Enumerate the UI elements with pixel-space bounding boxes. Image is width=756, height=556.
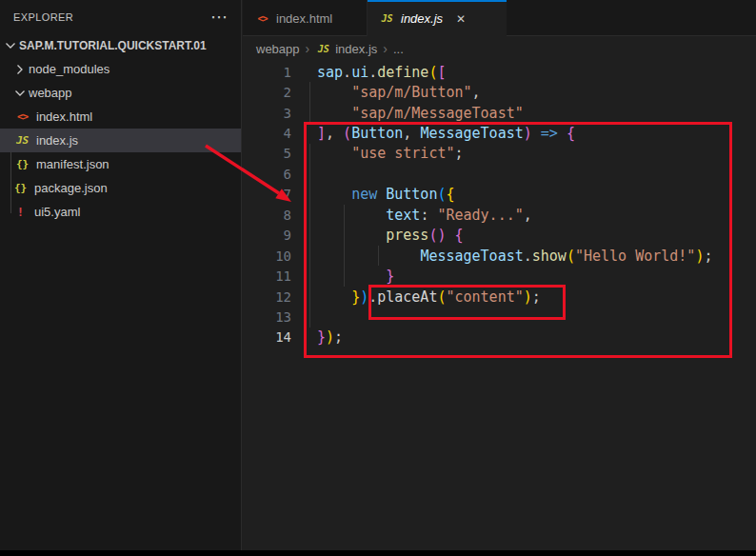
code-line-text: "use strict"; bbox=[317, 145, 464, 162]
code-token: Button bbox=[386, 186, 437, 203]
code-token: MessageToast bbox=[420, 248, 523, 265]
tab-index.html[interactable]: <>index.html bbox=[243, 0, 368, 36]
explorer-sidebar: EXPLORER ⋯ SAP.M.TUTORIAL.QUICKSTART.01n… bbox=[0, 0, 242, 550]
code-token bbox=[317, 145, 351, 162]
tree-item-index.html[interactable]: <>index.html bbox=[0, 105, 241, 129]
code-token bbox=[317, 227, 386, 244]
code-token: ) bbox=[524, 288, 532, 306]
code-line[interactable]: 8 text: "Ready...", bbox=[243, 205, 756, 225]
tab-index.js[interactable]: JSindex.js✕ bbox=[368, 0, 507, 36]
line-number: 6 bbox=[243, 167, 291, 182]
close-icon[interactable]: ✕ bbox=[456, 12, 466, 26]
code-token: ) bbox=[360, 288, 368, 306]
tree-item-label: manifest.json bbox=[36, 157, 109, 171]
yaml-icon: ! bbox=[12, 205, 29, 219]
more-actions-icon[interactable]: ⋯ bbox=[210, 12, 228, 22]
code-line-text: }).placeAt("content"); bbox=[317, 288, 541, 306]
breadcrumb-item-...[interactable]: ... bbox=[393, 42, 404, 56]
code-line[interactable]: 7 new Button({ bbox=[243, 185, 756, 205]
tree-item-webapp[interactable]: webapp bbox=[0, 81, 241, 105]
js-icon: JS bbox=[14, 134, 30, 147]
code-line-text: "sap/m/Button", bbox=[317, 84, 481, 101]
code-token: ) bbox=[524, 125, 532, 142]
tree-item-index.js[interactable]: JSindex.js bbox=[0, 129, 241, 152]
window-bottom-strip bbox=[0, 550, 756, 556]
tree-item-label: SAP.M.TUTORIAL.QUICKSTART.01 bbox=[19, 39, 207, 52]
code-line[interactable]: 14}); bbox=[243, 328, 756, 348]
tree-item-SAP.M.TUTORIAL.QUICKSTART.01[interactable]: SAP.M.TUTORIAL.QUICKSTART.01 bbox=[0, 33, 241, 57]
code-line[interactable]: 9 press() { bbox=[243, 226, 756, 246]
code-token: MessageToast bbox=[420, 125, 523, 142]
explorer-title: EXPLORER bbox=[13, 11, 73, 23]
line-number: 10 bbox=[243, 248, 291, 264]
code-token: "Ready..." bbox=[437, 207, 523, 224]
code-line[interactable]: 12 }).placeAt("content"); bbox=[243, 287, 756, 307]
code-token: , bbox=[403, 125, 420, 142]
line-number: 4 bbox=[243, 126, 291, 141]
code-token: "sap/m/Button" bbox=[351, 84, 471, 101]
code-token: "sap/m/MessageToast" bbox=[351, 105, 524, 122]
code-line-text: ], (Button, MessageToast) => { bbox=[317, 125, 575, 142]
js-icon: JS bbox=[379, 13, 395, 24]
tab-label: index.js bbox=[401, 11, 443, 26]
code-line[interactable]: 10 MessageToast.show("Hello World!"); bbox=[243, 246, 756, 266]
breadcrumb-item-webapp[interactable]: webapp bbox=[256, 42, 300, 56]
code-token bbox=[446, 227, 454, 244]
code-token: ] bbox=[317, 125, 326, 142]
code-token: , bbox=[524, 207, 532, 224]
code-token bbox=[317, 84, 351, 101]
code-token: ; bbox=[334, 328, 343, 346]
code-token: "use strict" bbox=[351, 145, 454, 162]
breadcrumb-label: webapp bbox=[256, 42, 300, 56]
tree-item-ui5.yaml[interactable]: !ui5.yaml bbox=[0, 200, 241, 224]
code-line[interactable]: 11 } bbox=[243, 266, 756, 286]
code-line[interactable]: 1sap.ui.define([ bbox=[243, 62, 756, 82]
chevron-right-icon bbox=[12, 62, 28, 77]
chevron-right-icon: › bbox=[383, 41, 388, 56]
code-token: ui bbox=[351, 64, 368, 81]
code-token: "content" bbox=[446, 288, 523, 306]
code-editor[interactable]: 1sap.ui.define([2 "sap/m/Button",3 "sap/… bbox=[243, 62, 756, 348]
file-tree: SAP.M.TUTORIAL.QUICKSTART.01node_modules… bbox=[0, 33, 241, 224]
line-number: 13 bbox=[243, 309, 291, 325]
code-token: text bbox=[386, 207, 420, 224]
code-line[interactable]: 3 "sap/m/MessageToast" bbox=[243, 103, 756, 123]
code-token: show bbox=[532, 248, 567, 265]
code-token bbox=[317, 248, 420, 265]
code-line[interactable]: 4], (Button, MessageToast) => { bbox=[243, 123, 756, 143]
code-token: => bbox=[541, 125, 558, 142]
tree-item-label: webapp bbox=[29, 86, 72, 100]
code-token: ) bbox=[326, 328, 334, 346]
vscode-window: EXPLORER ⋯ SAP.M.TUTORIAL.QUICKSTART.01n… bbox=[0, 0, 756, 556]
code-token: { bbox=[567, 125, 575, 142]
json-icon: {} bbox=[14, 158, 30, 170]
code-token: press bbox=[386, 227, 428, 244]
code-token: Button bbox=[351, 125, 403, 142]
tree-item-manifest.json[interactable]: {}manifest.json bbox=[0, 152, 241, 176]
code-token bbox=[558, 125, 567, 142]
code-line[interactable]: 2 "sap/m/Button", bbox=[243, 82, 756, 102]
code-token: } bbox=[386, 268, 394, 285]
tree-item-node_modules[interactable]: node_modules bbox=[0, 57, 241, 81]
code-line-text: }); bbox=[317, 328, 343, 346]
tree-item-package.json[interactable]: {}package.json bbox=[0, 176, 241, 200]
code-line[interactable]: 13 bbox=[243, 307, 756, 327]
tree-item-label: package.json bbox=[34, 181, 108, 195]
code-line[interactable]: 5 "use strict"; bbox=[243, 144, 756, 164]
code-token bbox=[317, 105, 351, 122]
code-token: . bbox=[343, 64, 351, 81]
code-token: new bbox=[351, 186, 377, 203]
html-icon: <> bbox=[14, 110, 30, 123]
html-icon: <> bbox=[254, 13, 270, 24]
breadcrumb-label: index.js bbox=[335, 42, 377, 56]
code-line[interactable]: 6 bbox=[243, 164, 756, 184]
code-token: } bbox=[317, 328, 326, 346]
line-number: 3 bbox=[243, 106, 291, 121]
indent-guide bbox=[344, 205, 345, 287]
breadcrumb-item-index.js[interactable]: JSindex.js bbox=[315, 42, 377, 56]
indent-guide bbox=[309, 144, 310, 328]
js-icon: JS bbox=[315, 44, 331, 54]
code-token: "Hello World!" bbox=[575, 248, 695, 265]
code-line-text: } bbox=[317, 268, 394, 285]
explorer-header: EXPLORER ⋯ bbox=[0, 0, 241, 33]
